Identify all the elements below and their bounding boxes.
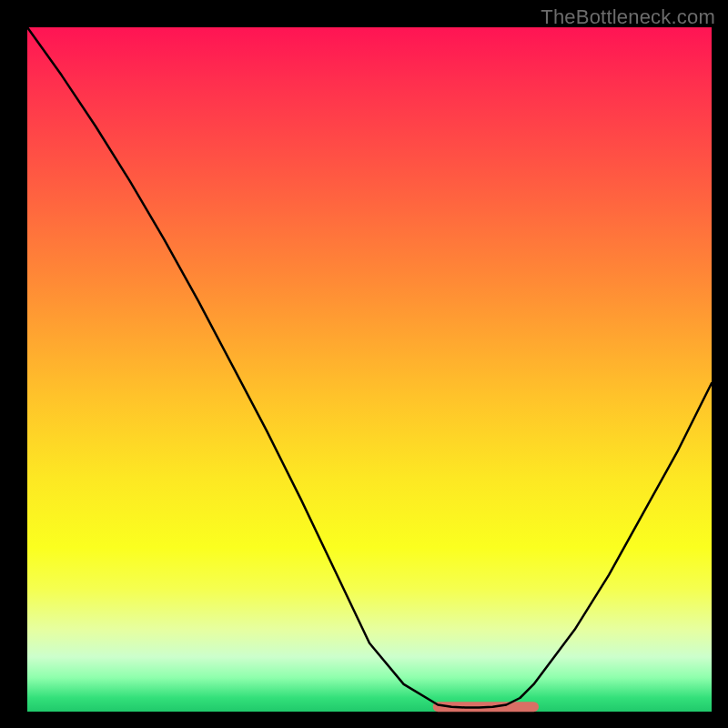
- bottleneck-curve: [27, 27, 712, 708]
- curve-layer: [27, 27, 712, 712]
- plot-panel: [27, 27, 712, 712]
- watermark-text: TheBottleneck.com: [541, 5, 715, 29]
- chart-frame: TheBottleneck.com: [0, 0, 728, 728]
